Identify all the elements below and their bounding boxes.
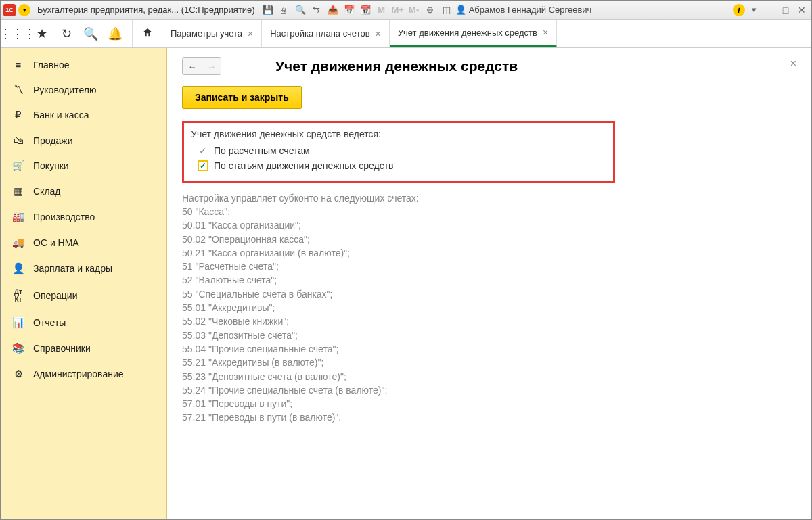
- desc-title: Настройка управляет субконто на следующи…: [182, 193, 796, 204]
- sidebar-item-bank[interactable]: ₽Банк и касса: [1, 102, 166, 128]
- sidebar-item-label: Зарплата и кадры: [33, 263, 112, 274]
- nav-forward-button[interactable]: →: [202, 58, 221, 74]
- compare-icon[interactable]: ⇆: [311, 4, 323, 16]
- sidebar-item-warehouse[interactable]: ▦Склад: [1, 179, 166, 204]
- account-line: 55.21 "Аккредитивы (в валюте)";: [182, 356, 796, 369]
- close-icon[interactable]: ×: [376, 28, 381, 39]
- m-minus-icon[interactable]: M-: [408, 4, 420, 16]
- sidebar-item-label: ОС и НМА: [33, 237, 79, 248]
- account-line: 55.24 "Прочие специальные счета (в валют…: [182, 383, 796, 397]
- sidebar-item-label: Отчеты: [33, 317, 66, 328]
- menu-icon: ≡: [12, 59, 25, 70]
- books-icon: 📚: [12, 342, 25, 354]
- person-icon: 👤: [12, 262, 25, 275]
- page-title: Учет движения денежных средств: [275, 58, 518, 74]
- accounts-list: 50 "Касса";50.01 "Касса организации";50.…: [182, 205, 796, 425]
- account-line: 55.04 "Прочие специальные счета";: [182, 342, 796, 356]
- account-line: 52 "Валютные счета";: [182, 273, 796, 287]
- star-icon[interactable]: ★: [35, 26, 49, 41]
- sidebar-item-reports[interactable]: 📊Отчеты: [1, 310, 166, 335]
- dtkt-icon: ДтКт: [12, 288, 25, 303]
- main-content: × ← → Учет движения денежных средств Зап…: [167, 48, 811, 519]
- account-line: 55.03 "Депозитные счета";: [182, 329, 796, 342]
- sidebar-item-catalogs[interactable]: 📚Справочники: [1, 335, 166, 361]
- option-checkbox-row: ✓ По статьям движения денежных средств: [191, 158, 606, 173]
- user-block[interactable]: 👤 Абрамов Геннадий Сергеевич: [455, 5, 592, 15]
- account-line: 55.02 "Чековые книжки";: [182, 314, 796, 328]
- bell-icon[interactable]: 🔔: [108, 26, 122, 41]
- sidebar-item-operations[interactable]: ДтКтОперации: [1, 281, 166, 310]
- account-line: 50.02 "Операционная касса";: [182, 233, 796, 246]
- maximize-button[interactable]: □: [779, 4, 792, 16]
- calendar31-icon[interactable]: 📆: [359, 4, 371, 16]
- tabs-bar: ⋮⋮⋮ ★ ↻ 🔍 🔔 Параметры учета × Настройка …: [1, 20, 811, 48]
- save-close-button[interactable]: Записать и закрыть: [182, 86, 302, 109]
- sidebar-item-manager[interactable]: 〽Руководителю: [1, 77, 166, 102]
- window-title: Бухгалтерия предприятия, редак... (1С:Пр…: [37, 5, 255, 15]
- calendar-icon[interactable]: 📅: [343, 4, 355, 16]
- sidebar-item-hr[interactable]: 👤Зарплата и кадры: [1, 256, 166, 281]
- sidebar-item-production[interactable]: 🏭Производство: [1, 204, 166, 230]
- zoom-icon[interactable]: ⊕: [424, 4, 436, 16]
- tab-label: Параметры учета: [171, 28, 242, 39]
- ruble-icon: ₽: [12, 109, 25, 121]
- sidebar-item-main[interactable]: ≡Главное: [1, 52, 166, 77]
- sidebar-item-admin[interactable]: ⚙Администрирование: [1, 361, 166, 387]
- home-tab[interactable]: [133, 20, 162, 47]
- save-icon[interactable]: 💾: [262, 4, 274, 16]
- print-icon[interactable]: 🖨: [278, 4, 290, 16]
- option-label: По расчетным счетам: [214, 145, 310, 156]
- sidebar-item-sales[interactable]: 🛍Продажи: [1, 128, 166, 153]
- sidebar-item-purchases[interactable]: 🛒Покупки: [1, 153, 166, 179]
- cart-icon: 🛒: [12, 160, 25, 172]
- m-icon[interactable]: M: [376, 4, 388, 16]
- bag-icon: 🛍: [12, 135, 25, 146]
- toolbar-icons: 💾 🖨 🔍 ⇆ 📤 📅 📆 M M+ M- ⊕ ◫: [262, 4, 453, 16]
- gear-icon: ⚙: [12, 368, 25, 380]
- tool-left: ⋮⋮⋮ ★ ↻ 🔍 🔔: [1, 20, 133, 47]
- close-page-button[interactable]: ×: [790, 57, 796, 70]
- info-dd-icon[interactable]: ▾: [748, 4, 760, 16]
- truck-icon: 🚚: [12, 237, 25, 249]
- panels-icon[interactable]: ◫: [441, 4, 453, 16]
- close-icon[interactable]: ×: [248, 28, 253, 39]
- preview-icon[interactable]: 🔍: [294, 4, 307, 16]
- export-icon[interactable]: 📤: [327, 4, 339, 16]
- main-head: ← → Учет движения денежных средств: [182, 57, 796, 75]
- sidebar-item-label: Операции: [33, 290, 78, 301]
- sidebar-item-label: Руководителю: [33, 85, 96, 95]
- option-fixed: ✓ По расчетным счетам: [191, 143, 606, 158]
- search-icon[interactable]: 🔍: [83, 26, 98, 41]
- nav-back-button[interactable]: ←: [183, 58, 202, 74]
- checkbox-articles[interactable]: ✓: [198, 160, 208, 171]
- highlight-box: Учет движения денежных средств ведется: …: [182, 121, 615, 183]
- tab-params[interactable]: Параметры учета ×: [162, 20, 262, 47]
- sidebar-item-label: Производство: [33, 212, 95, 222]
- titlebar: 1C ▾ Бухгалтерия предприятия, редак... (…: [1, 1, 811, 20]
- chart-icon: 〽: [12, 84, 25, 95]
- sidebar-item-assets[interactable]: 🚚ОС и НМА: [1, 230, 166, 256]
- tab-label: Учет движения денежных средств: [398, 28, 537, 38]
- sidebar: ≡Главное 〽Руководителю ₽Банк и касса 🛍Пр…: [1, 48, 167, 519]
- minimize-button[interactable]: —: [763, 4, 776, 16]
- tab-cashflow[interactable]: Учет движения денежных средств ×: [390, 20, 557, 47]
- dropdown-icon[interactable]: ▾: [18, 4, 30, 16]
- m-plus-icon[interactable]: M+: [392, 4, 404, 16]
- tab-chart-settings[interactable]: Настройка плана счетов ×: [262, 20, 390, 47]
- sidebar-item-label: Покупки: [33, 160, 69, 171]
- info-icon[interactable]: i: [733, 4, 745, 16]
- sidebar-item-label: Банк и касса: [33, 110, 89, 120]
- sidebar-item-label: Главное: [33, 60, 70, 70]
- account-line: 57.01 "Переводы в пути";: [182, 397, 796, 410]
- bars-icon: 📊: [12, 316, 25, 329]
- apps-icon[interactable]: ⋮⋮⋮: [10, 26, 25, 41]
- close-button[interactable]: ✕: [795, 4, 809, 16]
- account-line: 55 "Специальные счета в банках";: [182, 287, 796, 301]
- close-icon[interactable]: ×: [543, 27, 548, 38]
- account-line: 50.21 "Касса организации (в валюте)";: [182, 246, 796, 260]
- account-line: 57.21 "Переводы в пути (в валюте)".: [182, 410, 796, 424]
- nav-buttons: ← →: [182, 57, 221, 75]
- account-line: 55.23 "Депозитные счета (в валюте)";: [182, 370, 796, 383]
- history-icon[interactable]: ↻: [59, 26, 74, 41]
- check-fixed-icon: ✓: [198, 145, 208, 156]
